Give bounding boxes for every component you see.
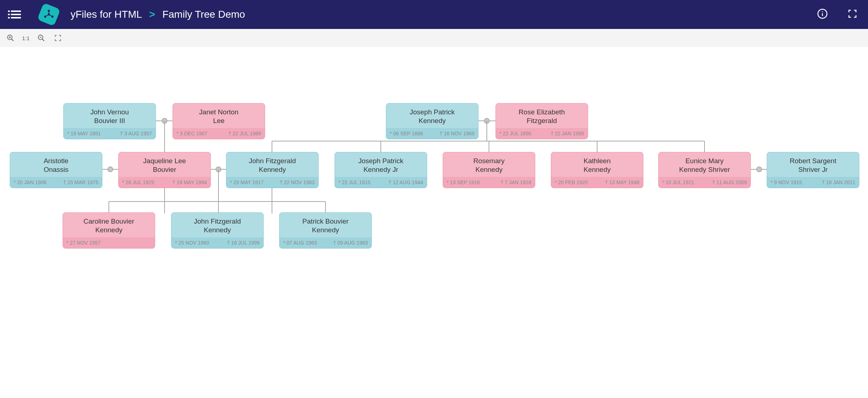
person-node-patrick[interactable]: Patrick BouvierKennedy * 07 AUG 1963† 09…	[279, 212, 372, 249]
person-node-jfk-jr[interactable]: John FitzgeraldKennedy * 25 NOV 1960† 16…	[171, 212, 264, 249]
svg-line-15	[42, 39, 44, 41]
person-node-kathleen[interactable]: KathleenKennedy * 20 FEB 1920† 13 MAY 19…	[551, 152, 643, 188]
person-node-caroline[interactable]: Caroline BouvierKennedy * 27 NOV 1957	[63, 212, 155, 249]
app-header: yFiles for HTML > Family Tree Demo	[0, 0, 868, 29]
zoom-reset-button[interactable]: 1:1	[22, 35, 30, 41]
person-node-aristotle-onassis[interactable]: AristotleOnassis * 20 JAN 1906† 15 MAR 1…	[10, 152, 102, 188]
person-node-jackie[interactable]: Jaqueline LeeBouvier * 28 JUL 1929† 19 M…	[118, 152, 211, 188]
menu-icon[interactable]	[11, 9, 22, 20]
zoom-in-button[interactable]	[5, 33, 16, 43]
person-node-joseph-kennedy-sr[interactable]: Joseph PatrickKennedy * 06 SEP 1888† 16 …	[386, 103, 478, 139]
fit-content-button[interactable]	[53, 33, 63, 43]
person-node-joe-jr[interactable]: Joseph PatrickKennedy Jr * 22 JUL 1915† …	[335, 152, 427, 188]
person-node-janet-lee[interactable]: Janet NortonLee * 3 DEC 1907† 22 JUL 198…	[173, 103, 265, 139]
svg-point-39	[757, 167, 762, 172]
graph-canvas[interactable]: John VernouBouvier III * 19 MAY 1891† 3 …	[0, 47, 868, 398]
app-logo[interactable]	[37, 3, 60, 26]
person-name-line1: John Vernou	[90, 108, 129, 116]
toolbar: 1:1	[0, 29, 868, 47]
page-title: Family Tree Demo	[162, 9, 245, 20]
svg-line-6	[49, 14, 52, 17]
person-node-rosemary[interactable]: RosemaryKennedy * 13 SEP 1918† 7 JAN 191…	[443, 152, 535, 188]
breadcrumb-separator-icon: >	[149, 9, 155, 20]
person-node-jfk[interactable]: John FitzgeraldKennedy * 29 MAY 1917† 22…	[226, 152, 319, 188]
person-death: † 3 AUG 1957	[120, 131, 152, 136]
person-node-john-bouvier[interactable]: John VernouBouvier III * 19 MAY 1891† 3 …	[63, 103, 156, 139]
svg-line-5	[45, 14, 49, 17]
person-birth: * 19 MAY 1891	[67, 131, 101, 136]
info-icon[interactable]	[817, 8, 828, 21]
svg-point-9	[822, 11, 823, 12]
svg-point-30	[108, 167, 113, 172]
person-node-rose-fitzgerald[interactable]: Rose ElizabethFitzgerald * 22 JUL 1890† …	[495, 103, 588, 139]
breadcrumb-product-link[interactable]: yFiles for HTML	[71, 9, 142, 20]
zoom-out-button[interactable]	[36, 33, 46, 43]
person-node-shriver[interactable]: Robert SargentShriver Jr * 9 NOV 1915† 1…	[767, 152, 859, 188]
logo-graph-icon	[43, 9, 55, 20]
person-name-line2: Bouvier III	[94, 117, 125, 124]
fullscreen-icon[interactable]	[848, 9, 857, 20]
person-node-eunice[interactable]: Eunice MaryKennedy Shriver * 10 JUL 1921…	[658, 152, 751, 188]
breadcrumb: yFiles for HTML > Family Tree Demo	[71, 9, 245, 20]
svg-line-11	[12, 39, 14, 41]
